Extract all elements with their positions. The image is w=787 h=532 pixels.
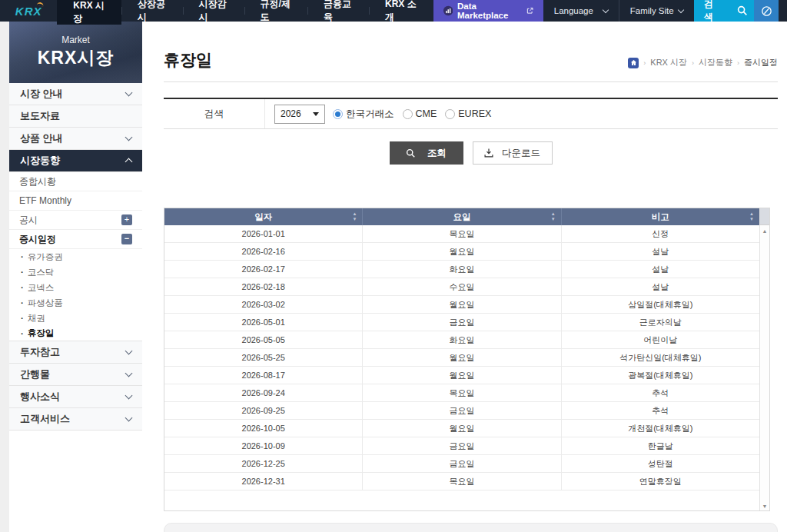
topnav-item[interactable]: 상장공시 [121,0,183,22]
sidebar-subitem[interactable]: 종합시황 [9,172,142,191]
table-row: 2026-10-09금요일한글날 [164,437,759,455]
table-cell: 개천절(대체휴일) [562,420,759,437]
sidebar-subitem[interactable]: ETF Monthly [9,191,142,211]
year-select[interactable]: 2026 [274,105,325,124]
bullet-icon: · [21,298,24,308]
table-cell: 화요일 [363,331,561,348]
table-cell: 금요일 [363,314,561,331]
sort-arrows-icon[interactable]: ▲▼ [749,211,754,222]
table-cell: 금요일 [363,437,561,454]
radio-EUREX[interactable]: EUREX [445,108,491,119]
topnav-item[interactable]: KRX 시장 [57,0,121,25]
radio-unchecked-icon [445,109,455,119]
scrollbar-corner [760,208,769,225]
table-column-header[interactable]: 일자▲▼ [164,208,363,225]
search-icon[interactable] [730,0,754,22]
table-row: 2026-02-18수요일설날 [164,278,759,296]
accessibility-button[interactable] [754,0,779,22]
sidebar-item-label: 시장 안내 [20,87,63,101]
sort-arrows-icon[interactable]: ▲▼ [352,211,357,222]
sidebar-item[interactable]: 간행물 [9,364,142,386]
table-row: 2026-05-01금요일근로자의날 [164,314,759,331]
home-icon[interactable] [628,58,639,68]
sidebar-subitem[interactable]: 증시일정− [9,230,142,249]
sidebar-item[interactable]: 상품 안내 [9,128,142,150]
sidebar-leaf-item[interactable]: ·코넥스 [9,280,142,295]
table-row: 2026-01-01목요일신정 [164,225,759,243]
sidebar-leaf-item[interactable]: ·채권 [9,311,142,326]
sidebar-banner[interactable]: Market KRX시장 [9,22,142,83]
scroll-up-arrow[interactable]: ▲ [760,225,769,236]
bullet-icon: · [21,252,24,261]
scroll-down-arrow[interactable]: ▼ [760,504,769,509]
sidebar-item[interactable]: 행사소식 [9,386,142,408]
collapse-icon[interactable]: − [121,234,132,244]
query-button[interactable]: 조회 [390,141,463,165]
topnav-item[interactable]: 금융교육 [307,0,369,22]
footer-section [164,523,778,532]
sidebar-leaf-item[interactable]: ·코스닥 [9,264,142,280]
topnav-item[interactable]: 규정/제도 [244,0,308,22]
bullet-icon: · [21,283,24,292]
sidebar: Market KRX시장 시장 안내보도자료상품 안내시장동향종합시황ETF M… [9,22,142,431]
sidebar-leaf-item[interactable]: ·유가증권 [9,249,142,264]
table-cell: 2026-10-05 [164,420,363,437]
sidebar-menu: 시장 안내보도자료상품 안내시장동향종합시황ETF Monthly공시+증시일정… [9,83,142,431]
breadcrumb: ›KRX 시장›시장동향›증시일정 [628,57,778,71]
search-button[interactable]: 검색 [694,0,731,22]
table-cell: 월요일 [363,243,561,260]
topnav-item[interactable]: 시장감시 [183,0,244,22]
breadcrumb-separator: › [643,59,646,67]
krx-logo-text: KRX [15,5,42,18]
title-divider [164,81,778,82]
action-buttons: 조회 다운로드 [164,141,778,165]
table-cell: 월요일 [363,296,561,313]
table-column-header[interactable]: 비고▲▼ [562,208,759,225]
left-gutter [0,22,9,532]
sidebar-leaf-label: 유가증권 [28,251,63,263]
family-site-dropdown[interactable]: Family Site [619,0,694,22]
table-cell: 2026-05-05 [164,331,363,348]
table-column-header[interactable]: 요일▲▼ [363,208,561,225]
breadcrumb-item[interactable]: 시장동향 [699,57,732,68]
table-cell: 추석 [562,402,759,419]
table-cell: 2026-09-25 [164,402,363,419]
sidebar-item-label: 고객서비스 [20,412,70,426]
column-header-label: 비고 [652,211,669,223]
sidebar-item[interactable]: 시장 안내 [9,83,142,105]
data-marketplace-button[interactable]: Data Marketplace [433,0,543,22]
holiday-table-grid: 일자▲▼요일▲▼비고▲▼ 2026-01-01목요일신정2026-02-16월요… [164,208,759,510]
radio-한국거래소[interactable]: 한국거래소 [333,108,394,121]
sidebar-leaf-item[interactable]: ·휴장일 [9,326,142,341]
topnav-item[interactable]: KRX 소개 [369,0,433,22]
magnifier-icon [737,5,748,16]
table-cell: 광복절(대체휴일) [562,367,759,384]
sidebar-item[interactable]: 고객서비스 [9,408,142,431]
chevron-down-icon [125,392,133,400]
table-scrollbar[interactable]: ▲ ▼ [759,208,769,510]
breadcrumb-item[interactable]: 증시일정 [744,57,778,68]
family-site-label: Family Site [630,6,674,15]
page-title: 휴장일 [164,49,212,71]
table-cell: 근로자의날 [562,314,759,331]
table-cell: 월요일 [363,349,561,366]
download-button[interactable]: 다운로드 [473,141,553,165]
sidebar-item-label: 상품 안내 [20,131,63,145]
radio-CME[interactable]: CME [403,108,437,119]
sort-arrows-icon[interactable]: ▲▼ [551,211,556,222]
sidebar-item[interactable]: 투자참고 [9,341,142,364]
nav-filler [779,0,787,22]
table-cell: 추석 [562,384,759,401]
sidebar-subitem[interactable]: 공시+ [9,211,142,230]
krx-logo[interactable]: KRX [0,0,57,22]
chevron-up-icon [125,158,133,166]
table-cell: 금요일 [363,402,561,419]
breadcrumb-item[interactable]: KRX 시장 [650,57,687,68]
language-dropdown[interactable]: Language [543,0,619,22]
year-select-value: 2026 [281,108,301,119]
sidebar-leaf-item[interactable]: ·파생상품 [9,295,142,311]
sidebar-item[interactable]: 시장동향 [9,150,142,172]
sidebar-item[interactable]: 보도자료 [9,105,142,128]
table-cell: 2026-01-01 [164,225,363,242]
expand-icon[interactable]: + [121,214,132,225]
